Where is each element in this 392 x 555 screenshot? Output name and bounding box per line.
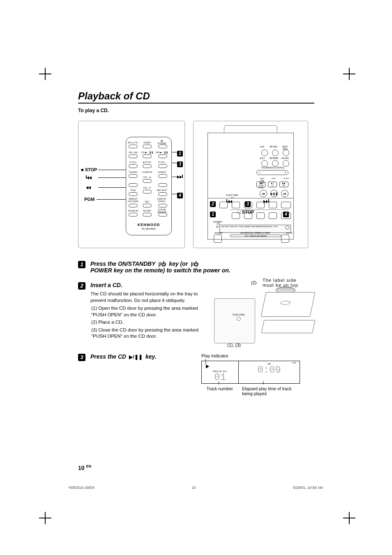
btn-random	[129, 213, 138, 216]
remote-callout-pgm: PGM	[84, 197, 95, 202]
step-num-1: 1	[78, 261, 85, 268]
annot-13: (1), (3)	[227, 343, 241, 348]
src-tuner: ◀◀TUNER FM/AM	[256, 182, 265, 187]
annot-2: (2)	[251, 280, 256, 285]
step-num-2: 2	[78, 282, 85, 290]
play-indicator-label: Play indicator	[201, 353, 308, 358]
btn-power	[158, 145, 167, 148]
btn-pgm	[129, 192, 138, 196]
knob-aux	[261, 150, 268, 156]
knob-label-mdj: M.DJ	[258, 157, 266, 159]
remote-callout-rew	[86, 185, 91, 190]
remote-badge-4: 4	[177, 193, 183, 198]
crop-mark-tr	[341, 66, 357, 82]
power-icon: |/⏻	[189, 261, 198, 267]
unit-next-btn: ⏭	[281, 190, 288, 197]
btn-label-tuning-l: TUNING	[127, 171, 139, 173]
knob-label-aux: AUX	[258, 145, 266, 148]
btn-label-tuning-r: TUNING	[156, 171, 168, 173]
btn-label-cursor: CURSOR	[141, 171, 153, 173]
step-3-display-diagram: Play indicator TRACK NO. 01 CD SP 0:09	[201, 353, 308, 396]
unit-aux-lbl: AUX IN	[284, 232, 294, 234]
knob-mdj	[261, 160, 268, 167]
remote-badge-1: 1	[177, 151, 183, 157]
unit-prev-btn: ⏮	[260, 190, 267, 197]
page-title: Playback of CD	[78, 90, 314, 104]
unit-display: DISC REC TRACK NO. TOTAL REMAIN TIME RAN…	[219, 225, 291, 233]
btn-pcall-r	[158, 164, 167, 168]
btn-voldn	[143, 190, 152, 193]
src-top-2: △ EJECT	[282, 177, 290, 180]
unit-callout-prev	[226, 199, 232, 204]
cd-lid	[261, 292, 316, 317]
btn-left	[129, 183, 138, 187]
src-cd: ■ □CD	[268, 182, 277, 187]
btn-label-sleep: SLEEP	[141, 141, 153, 144]
unit-callout-next	[263, 199, 269, 204]
unit-diagram: AUX MD REC BEST HITS M.DJ REVERB SOUND V…	[193, 121, 308, 248]
step-2-illustration: (2) The label side must be on top PUSH O…	[214, 282, 317, 348]
btn-pcall-l	[129, 164, 138, 168]
btn-clear	[158, 213, 167, 216]
manual-page: Playback of CD To play a CD. ■ STOP PGM …	[78, 90, 314, 402]
unit-btn-e	[269, 202, 277, 208]
annot-label-side: The label side must be on top	[263, 278, 308, 288]
caption-track-number: Track number	[201, 386, 238, 396]
btn-label-pgm: PGM	[127, 189, 139, 191]
btn-label-volup: VOL. ▲	[141, 176, 153, 178]
lead-text: To play a CD.	[78, 108, 314, 113]
unit-btn-b	[232, 202, 240, 208]
step-2: 2 Insert a CD. The CD should be placed h…	[78, 282, 314, 348]
remote-badge-3: 3	[177, 161, 183, 167]
btn-label-power: ⏻POWER	[155, 140, 169, 145]
unit-btn-i	[256, 212, 265, 219]
unit-play-btn: ▶❚❚	[270, 190, 278, 197]
remote-model: RC-MDX0002	[126, 228, 171, 230]
btn-label-stop: ■ STOP	[141, 161, 153, 164]
footer-doc-ref: *5053/10-19/EN	[68, 486, 95, 490]
btn-label-pcall-l: P.CALL	[127, 161, 139, 164]
step-2-heading: Insert a CD.	[90, 282, 208, 288]
knob-label-mdrec: MD REC	[270, 145, 278, 148]
unit-badge-2: 2	[210, 201, 216, 207]
ctrl-row: ⏮ ▶❚❚ ⏭	[255, 190, 288, 197]
btn-label-mdqte: MD Q.T.E.	[127, 141, 139, 144]
eject-left	[214, 235, 222, 243]
step-3: 3 Press the CD ▶/❚❚ key. Play indicator	[78, 353, 314, 396]
btn-label-voldn: VOL. ▼	[141, 187, 153, 189]
btn-volup	[143, 179, 152, 183]
btn-repeat	[129, 204, 138, 207]
btn-mdqte	[129, 145, 138, 148]
step-1: 1 Press the ON/STANDBY |/⏻ key (or |/⏻ P…	[78, 260, 314, 276]
unit-badge-3: 3	[245, 201, 251, 207]
knob-besthits	[283, 150, 289, 156]
aux-jack-icon	[285, 226, 289, 230]
btn-tuning-l	[129, 174, 138, 178]
unit-lower-panel: STANDBY / ON DISC REC TRACK NO. TOTAL RE…	[208, 198, 294, 240]
btn-md	[158, 154, 167, 158]
btn-enter	[143, 213, 152, 216]
btn-fmam	[129, 154, 138, 158]
crop-mark-tl	[37, 66, 53, 82]
cd-device-side: PUSH OPEN	[214, 298, 255, 343]
step-1-heading: Press the ON/STANDBY |/⏻ key (or |/⏻ POW…	[90, 260, 314, 274]
step-2-para: The CD should be placed horizontally on …	[90, 291, 208, 304]
btn-label-repeat: REPEATAUTO MARK	[127, 198, 139, 203]
unit-badge-4: 4	[283, 212, 289, 217]
btn-stop	[143, 164, 152, 168]
crop-mark-bl	[37, 510, 53, 526]
btn-label-cd: CD ▶ / ❚❚	[141, 151, 153, 154]
btn-sleep	[143, 145, 152, 148]
page-number: 10 EN	[78, 464, 91, 471]
unit-top-handle	[224, 125, 277, 133]
btn-label-display: DISPLAYCHARAC.	[156, 198, 168, 203]
unit-btn-f	[281, 202, 291, 208]
lcd-track-number: 01	[204, 373, 236, 382]
src-top-1: DISP.	[270, 177, 278, 180]
footer-mid: 10	[191, 486, 196, 490]
unit-phones-lbl: PHONES	[214, 232, 224, 234]
step-2-sub-3: (3) Close the CD door by pressing the ar…	[90, 327, 208, 340]
step-2-sub-2: (2) Place a CD.	[90, 319, 208, 326]
source-row: ◀◀TUNER FM/AM ■ □CD ▶▶MD	[255, 182, 288, 187]
btn-recedit	[158, 192, 167, 196]
